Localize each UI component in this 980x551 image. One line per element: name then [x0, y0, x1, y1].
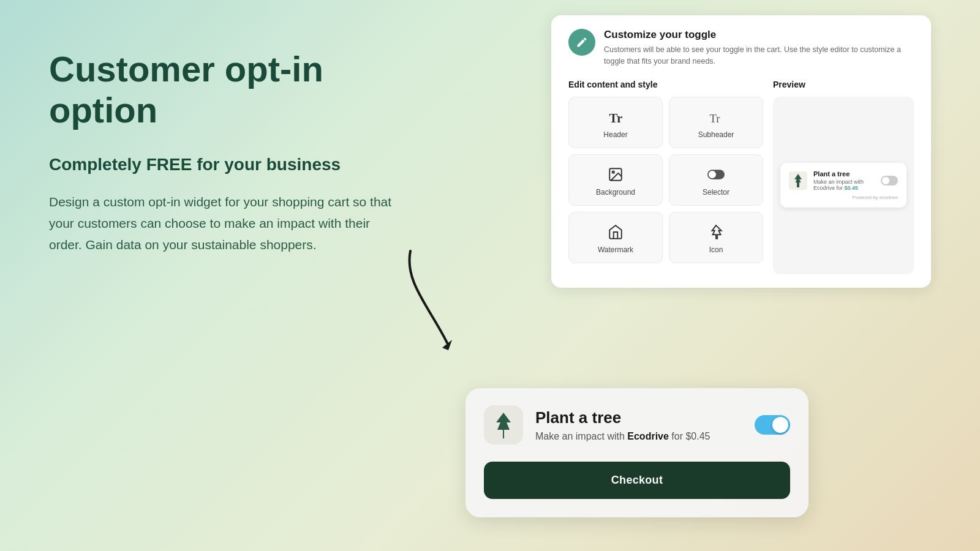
header-label: Header — [603, 130, 627, 139]
bottom-tree-icon — [491, 411, 516, 438]
card-title: Customize your toggle — [604, 29, 914, 41]
bottom-widget-card: Plant a tree Make an impact with Ecodriv… — [466, 388, 809, 517]
edit-grid-wrapper: Edit content and style Tr Header — [568, 80, 763, 274]
bottom-brand: Ecodrive — [627, 431, 669, 441]
preview-widget-title: Plant a tree — [813, 170, 875, 178]
customize-card: Customize your toggle Customers will be … — [551, 15, 931, 288]
bottom-widget-inner: Plant a tree Make an impact with Ecodriv… — [484, 405, 790, 444]
svg-point-5 — [709, 170, 716, 178]
preview-box: Plant a tree Make an impact with Ecodriv… — [773, 97, 914, 274]
bottom-widget-title: Plant a tree — [535, 408, 742, 427]
bottom-price: $0.45 — [685, 431, 710, 441]
selector-label: Selector — [703, 188, 729, 197]
background-label: Background — [596, 188, 635, 197]
edit-item-header[interactable]: Tr Header — [568, 97, 663, 148]
edit-item-subheader[interactable]: Tr Subheader — [669, 97, 763, 148]
svg-text:Tr: Tr — [710, 112, 721, 125]
right-panel: Customize your toggle Customers will be … — [551, 15, 931, 288]
preview-toggle — [881, 176, 898, 186]
bottom-widget-text: Plant a tree Make an impact with Ecodriv… — [535, 408, 742, 442]
card-header-text: Customize your toggle Customers will be … — [604, 29, 914, 67]
svg-text:Tr: Tr — [609, 111, 623, 126]
preview-toggle-dot — [882, 177, 889, 184]
sub-heading: Completely FREE for your business — [49, 155, 404, 174]
preview-widget-text: Plant a tree Make an impact with Ecodriv… — [813, 170, 875, 191]
main-heading: Customer opt-in option — [49, 49, 404, 130]
icon-tree-icon — [707, 223, 725, 241]
background-image-icon — [607, 166, 624, 183]
checkout-button[interactable]: Checkout — [484, 462, 790, 499]
preview-title: Preview — [773, 80, 914, 89]
description-text: Design a custom opt-in widget for your s… — [49, 192, 404, 255]
edit-grid: Tr Header Tr Subheader — [568, 97, 763, 263]
card-header: Customize your toggle Customers will be … — [568, 29, 914, 67]
card-description: Customers will be able to see your toggl… — [604, 44, 914, 67]
preview-tree-icon — [789, 171, 807, 190]
pencil-icon — [568, 29, 595, 56]
edit-item-icon[interactable]: Icon — [669, 212, 763, 263]
preview-widget-sub: Make an impact with Ecodrive for $0.45 — [813, 179, 875, 191]
subheader-type-icon: Tr — [707, 108, 725, 126]
arrow-decoration — [392, 245, 466, 355]
icon-label: Icon — [709, 246, 723, 254]
preview-widget-inner: Plant a tree Make an impact with Ecodriv… — [789, 170, 898, 191]
svg-point-3 — [612, 171, 614, 173]
bottom-tree-icon-wrap — [484, 405, 523, 444]
edit-item-background[interactable]: Background — [568, 154, 663, 206]
preview-widget: Plant a tree Make an impact with Ecodriv… — [780, 163, 907, 208]
watermark-label: Watermark — [598, 246, 633, 254]
preview-wrapper: Preview Plant a tree M — [773, 80, 914, 274]
watermark-house-icon — [607, 223, 624, 241]
edit-item-watermark[interactable]: Watermark — [568, 212, 663, 263]
subheader-label: Subheader — [698, 130, 734, 139]
bottom-toggle-dot — [772, 417, 788, 433]
bottom-widget-subtitle: Make an impact with Ecodrive for $0.45 — [535, 431, 742, 442]
edit-section: Edit content and style Tr Header — [568, 80, 914, 274]
selector-toggle-icon — [707, 166, 725, 183]
header-type-icon: Tr — [607, 108, 624, 126]
preview-price: $0.45 — [845, 185, 859, 191]
bottom-toggle[interactable] — [755, 415, 790, 435]
edit-item-selector[interactable]: Selector — [669, 154, 763, 206]
preview-powered-by: Powered by ecodrive — [789, 195, 898, 200]
edit-section-title: Edit content and style — [568, 80, 763, 89]
